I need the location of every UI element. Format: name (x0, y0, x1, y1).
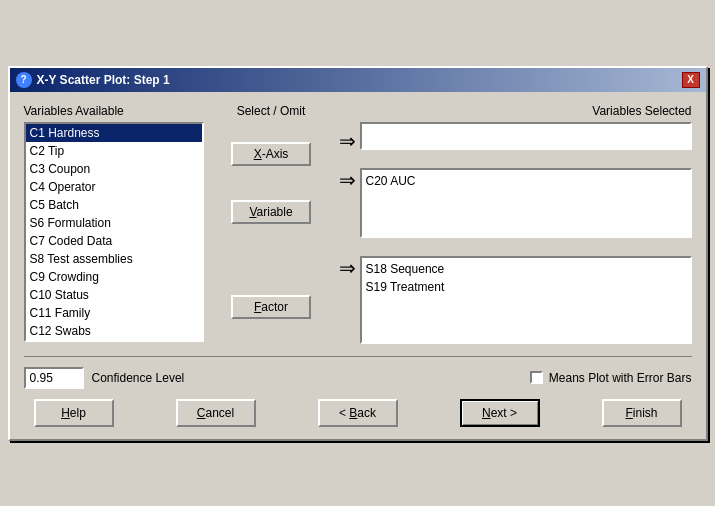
list-item[interactable]: S6 Formulation (26, 214, 202, 232)
confidence-label: Confidence Level (92, 371, 185, 385)
cancel-button[interactable]: Cancel (176, 399, 256, 427)
list-item[interactable]: C13 Supplier (26, 340, 202, 342)
list-item[interactable]: S8 Test assemblies (26, 250, 202, 268)
list-item[interactable]: C12 Swabs (26, 322, 202, 340)
means-plot-group: Means Plot with Error Bars (530, 371, 692, 385)
factor-arrow-row: ⇒ S18 Sequence S19 Treatment (339, 256, 692, 344)
middle-sections: X-Axis Variable Factor (214, 122, 329, 342)
main-area: Variables Available C1 Hardness C2 Tip C… (24, 104, 692, 342)
finish-button[interactable]: Finish (602, 399, 682, 427)
list-item[interactable]: C4 Operator (26, 178, 202, 196)
title-bar: ? X-Y Scatter Plot: Step 1 X (10, 68, 706, 92)
back-button[interactable]: < Back (318, 399, 398, 427)
factor-btn-row: Factor (214, 295, 329, 319)
confidence-input[interactable] (24, 367, 84, 389)
list-item[interactable]: C2 Tip (26, 142, 202, 160)
x-axis-button[interactable]: X-Axis (231, 142, 311, 166)
main-window: ? X-Y Scatter Plot: Step 1 X Variables A… (8, 66, 708, 441)
variable-button[interactable]: Variable (231, 200, 311, 224)
means-plot-checkbox[interactable] (530, 371, 543, 384)
help-button[interactable]: Help (34, 399, 114, 427)
x-axis-selected-box (360, 122, 692, 150)
variables-panel: Variables Available C1 Hardness C2 Tip C… (24, 104, 204, 342)
list-item[interactable]: C1 Hardness (26, 124, 202, 142)
variables-available-label: Variables Available (24, 104, 204, 118)
xaxis-arrow-row: ⇒ (339, 122, 692, 160)
list-item[interactable]: C11 Family (26, 304, 202, 322)
variable-btn-row: Variable (214, 200, 329, 224)
variables-listbox[interactable]: C1 Hardness C2 Tip C3 Coupon C4 Operator… (24, 122, 204, 342)
select-omit-label: Select / Omit (214, 104, 329, 118)
variables-selected-label: Variables Selected (339, 104, 692, 118)
list-item[interactable]: C10 Status (26, 286, 202, 304)
list-item[interactable]: C9 Crowding (26, 268, 202, 286)
factor-selected-box: S18 Sequence S19 Treatment (360, 256, 692, 344)
right-panel: Variables Selected ⇒ ⇒ C20 AUC (339, 104, 692, 342)
title-bar-left: ? X-Y Scatter Plot: Step 1 (16, 72, 170, 88)
dialog-buttons: Help Cancel < Back Next > Finish (24, 399, 692, 427)
variable-arrow: ⇒ (339, 170, 356, 190)
xaxis-arrow: ⇒ (339, 131, 356, 151)
factor-value-2: S19 Treatment (366, 278, 686, 296)
list-item[interactable]: C5 Batch (26, 196, 202, 214)
list-item[interactable]: C7 Coded Data (26, 232, 202, 250)
list-item[interactable]: C3 Coupon (26, 160, 202, 178)
next-button[interactable]: Next > (460, 399, 540, 427)
variable-selected-box: C20 AUC (360, 168, 692, 238)
bottom-area: Confidence Level Means Plot with Error B… (24, 356, 692, 427)
factor-button[interactable]: Factor (231, 295, 311, 319)
variable-value: C20 AUC (366, 172, 686, 190)
middle-panel: Select / Omit X-Axis Variable (214, 104, 329, 342)
dialog-content: Variables Available C1 Hardness C2 Tip C… (10, 92, 706, 439)
means-plot-label: Means Plot with Error Bars (549, 371, 692, 385)
right-sections: ⇒ ⇒ C20 AUC ⇒ (339, 122, 692, 342)
bottom-row1: Confidence Level Means Plot with Error B… (24, 367, 692, 389)
confidence-group: Confidence Level (24, 367, 185, 389)
close-button[interactable]: X (682, 72, 700, 88)
variable-arrow-row: ⇒ C20 AUC (339, 168, 692, 248)
factor-value-1: S18 Sequence (366, 260, 686, 278)
window-title: X-Y Scatter Plot: Step 1 (37, 73, 170, 87)
factor-arrow: ⇒ (339, 258, 356, 278)
help-icon: ? (16, 72, 32, 88)
xaxis-btn-row: X-Axis (214, 142, 329, 166)
